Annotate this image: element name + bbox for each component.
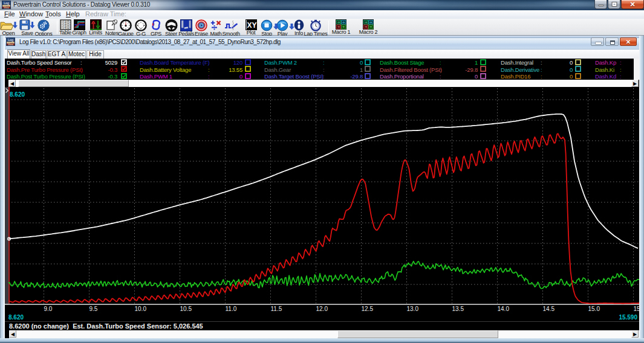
svg-text:15.0: 15.0 [588,306,600,312]
svg-text:14.5: 14.5 [543,306,555,312]
svg-text:XY: XY [247,21,256,30]
svg-text:14.0: 14.0 [498,306,510,312]
svg-text:Log: Log [8,38,13,42]
svg-text:9.5: 9.5 [89,306,98,312]
svg-text:9.0: 9.0 [44,306,53,312]
svg-text:10.5: 10.5 [180,306,192,312]
svg-text:View: View [4,6,9,9]
svg-text:13.0: 13.0 [407,306,419,312]
svg-text:8.620: 8.620 [10,91,25,98]
svg-text:8.620: 8.620 [8,314,24,321]
svg-text:Log: Log [4,1,9,5]
svg-text:12.5: 12.5 [362,306,374,312]
svg-text:11.0: 11.0 [226,306,237,312]
svg-text:12.0: 12.0 [316,306,328,312]
svg-text:15.590: 15.590 [619,314,637,321]
svg-text:11.5: 11.5 [271,306,282,312]
svg-text:10.0: 10.0 [135,306,147,312]
svg-text:13.5: 13.5 [452,306,464,312]
svg-text:15.5: 15.5 [634,306,640,312]
svg-text:View: View [8,43,13,46]
